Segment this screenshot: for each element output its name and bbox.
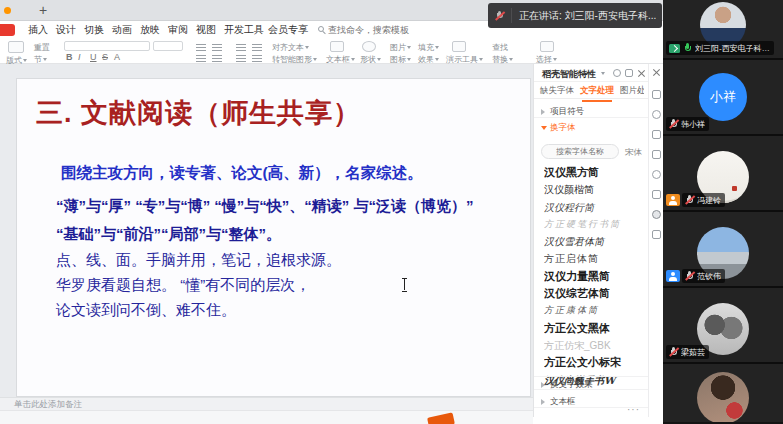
current-font-button[interactable]: 宋体	[625, 147, 642, 159]
participant-tile[interactable]: 冯建铃	[663, 136, 783, 212]
menu-view[interactable]: 视图	[196, 23, 216, 37]
slide-body-line[interactable]: 围绕主攻方向，读专著、论文(高、新），名家综述。	[61, 163, 423, 184]
presentation-tools-icon[interactable]	[452, 41, 466, 52]
textbox-icon[interactable]	[330, 41, 344, 52]
menu-animation[interactable]: 动画	[112, 23, 132, 37]
close-icon[interactable]	[637, 69, 645, 77]
menu-member[interactable]: 会员专享	[268, 23, 308, 37]
smart-features-icon[interactable]	[652, 210, 661, 219]
properties-icon[interactable]	[652, 90, 661, 99]
image-tool-icon[interactable]	[652, 190, 661, 199]
font-option[interactable]: 方正公文小标宋	[544, 354, 644, 371]
select-icon[interactable]	[540, 41, 554, 52]
fill-button[interactable]: 填充	[418, 42, 439, 53]
animation-icon[interactable]	[652, 110, 661, 119]
menu-slideshow[interactable]: 放映	[140, 23, 160, 37]
menu-review[interactable]: 审阅	[168, 23, 188, 37]
participant-tile[interactable]	[663, 364, 783, 422]
slide-body-line[interactable]: 点、线、面。手脑并用，笔记，追根求源。	[56, 251, 341, 270]
slide-body-line[interactable]: 论文读到问不倒、难不住。	[56, 301, 236, 320]
underline-button[interactable]: U	[90, 52, 97, 62]
align-center-icon[interactable]	[252, 44, 262, 45]
menu-insert[interactable]: 插入	[28, 23, 48, 37]
smart-features-panel: 稻壳智能特性 缺失字体 文字处理 图片处理 项目符号 换字体 宋体 汉仪黑方简 …	[533, 64, 648, 417]
italic-button[interactable]: I	[78, 52, 81, 62]
font-option[interactable]: 方正康体简	[544, 302, 644, 319]
font-option[interactable]: 汉仪颜楷简	[544, 181, 644, 198]
reset-button[interactable]: 重置	[34, 42, 50, 53]
slide[interactable]: 三. 文献阅读（师生共享） 围绕主攻方向，读专著、论文(高、新），名家综述。 “…	[16, 78, 531, 397]
indent-decrease-icon[interactable]	[196, 55, 206, 56]
mic-muted-icon	[685, 271, 694, 281]
font-list: 汉仪黑方简 汉仪颜楷简 汉仪程行简 方正硬笔行书简 汉仪雪君体简 方正启体简 汉…	[544, 164, 644, 389]
person-badge-icon	[666, 194, 680, 206]
line-spacing-icon[interactable]	[236, 55, 246, 56]
section-bullets[interactable]: 项目符号	[534, 104, 649, 118]
effects-icon[interactable]	[652, 130, 661, 139]
menu-design[interactable]: 设计	[56, 23, 76, 37]
bold-button[interactable]: B	[66, 52, 73, 62]
tab-image-processing[interactable]: 图片处理	[620, 85, 644, 97]
numbered-list-icon[interactable]	[212, 44, 222, 45]
wps-file-button[interactable]	[0, 24, 15, 36]
tab-missing-fonts[interactable]: 缺失字体	[540, 85, 574, 97]
layers-icon[interactable]	[652, 150, 661, 159]
slide-canvas[interactable]: 三. 文献阅读（师生共享） 围绕主攻方向，读专著、论文(高、新），名家综述。 “…	[0, 64, 533, 397]
find-button[interactable]: 查找	[492, 42, 508, 53]
tab-text-processing[interactable]: 文字处理	[580, 85, 614, 97]
font-search-input[interactable]	[541, 144, 619, 159]
font-option[interactable]: 汉仪力量黑简	[544, 268, 644, 285]
layout-icon[interactable]	[8, 41, 24, 53]
shapes-icon[interactable]	[362, 41, 376, 52]
font-size-box[interactable]	[153, 41, 183, 51]
align-left-icon[interactable]	[236, 44, 246, 45]
mic-muted-icon	[669, 347, 678, 357]
gear-icon[interactable]	[613, 69, 621, 77]
menu-devtools[interactable]: 开发工具	[224, 23, 264, 37]
font-option[interactable]: 汉仪综艺体简	[544, 285, 644, 302]
ribbon-toolbar: 版式 重置 节 B I U S A 对齐文本 转智能图形 文本框 形状 图片 图…	[0, 38, 663, 64]
font-option[interactable]: 方正公文黑体	[544, 320, 644, 337]
align-text-button[interactable]: 对齐文本	[272, 42, 309, 53]
close-icon[interactable]	[652, 68, 660, 76]
mic-muted-icon	[495, 11, 504, 21]
screen-share-icon	[669, 44, 680, 53]
font-option[interactable]: 方正硬笔行书简	[544, 216, 644, 233]
font-color-button[interactable]: A	[114, 52, 120, 62]
slide-title[interactable]: 三. 文献阅读（师生共享）	[36, 95, 361, 131]
chevron-down-icon[interactable]	[601, 72, 605, 75]
bell-icon[interactable]	[625, 69, 633, 77]
textbox-tool-icon[interactable]	[652, 230, 661, 239]
participant-tile[interactable]: 小祥 韩小祥	[663, 60, 783, 136]
bullet-list-icon[interactable]	[196, 44, 206, 45]
picture-button[interactable]: 图片	[390, 42, 411, 53]
font-option[interactable]: 方正仿宋_GBK	[544, 337, 644, 354]
participant-tile[interactable]: 刘三阳-西安电子科技大学的屏...	[663, 0, 783, 60]
speaking-toast: 正在讲话: 刘三阳-西安电子科...	[488, 3, 662, 28]
participant-tile[interactable]: 梁茹芸	[663, 288, 783, 364]
new-tab-button[interactable]: +	[34, 1, 52, 19]
more-button[interactable]: ···	[627, 404, 640, 415]
section-change-font[interactable]: 换字体	[534, 120, 649, 134]
strikethrough-button[interactable]: S	[102, 52, 108, 62]
font-option[interactable]: 汉仪程行简	[544, 199, 644, 216]
indent-increase-icon[interactable]	[212, 55, 222, 56]
avatar	[697, 372, 749, 422]
participant-video-sidebar: 刘三阳-西安电子科技大学的屏... 小祥 韩小祥 冯建铃	[663, 0, 783, 424]
command-search-input[interactable]	[328, 23, 478, 37]
font-option[interactable]: 方正启体简	[544, 250, 644, 267]
font-option[interactable]: 汉仪雪君体简	[544, 233, 644, 250]
font-option[interactable]: 汉仪黑方简	[544, 164, 644, 181]
menu-transition[interactable]: 切换	[84, 23, 104, 37]
help-icon[interactable]	[652, 170, 661, 179]
font-name-box[interactable]	[64, 41, 150, 51]
section-text-effects[interactable]: 换文字效果	[534, 376, 649, 390]
slide-body-line[interactable]: “薄”与“厚” “专”与“博” “慢”与“快”、“精读” 与“泛读（博览）”	[56, 197, 474, 216]
wps-presentation-window: + 插入 设计 切换 动画 放映 审阅 视图 开发工具 会员专享 版式 重置 节…	[0, 0, 663, 424]
slide-body-line[interactable]: “基础”与“前沿”“局部”与“整体”。	[56, 225, 281, 244]
notes-area[interactable]: 单击此处添加备注	[0, 397, 533, 410]
participant-name: 冯建铃	[697, 195, 721, 206]
slide-body-line[interactable]: 华罗庚看题自想。 “懂”有不同的层次，	[56, 276, 310, 295]
participant-tile[interactable]: 范钦伟	[663, 212, 783, 288]
align-justify-icon[interactable]	[252, 55, 262, 56]
